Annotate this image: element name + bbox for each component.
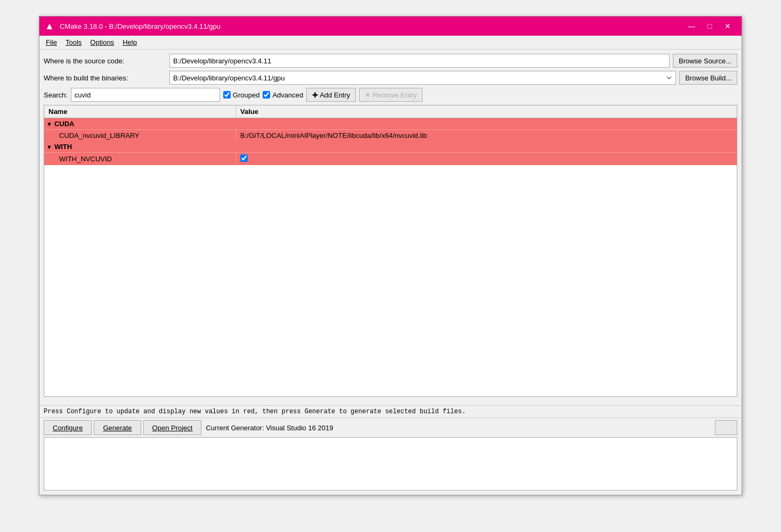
build-label: Where to build the binaries: <box>44 74 166 82</box>
source-label: Where is the source code: <box>44 57 166 65</box>
search-input[interactable] <box>71 88 220 102</box>
minimize-button[interactable]: — <box>683 20 700 32</box>
log-area <box>44 437 737 490</box>
advanced-checkbox-label[interactable]: Advanced <box>263 91 303 99</box>
configure-button[interactable]: Configure <box>44 420 92 435</box>
app-icon: ▲ <box>45 21 55 31</box>
nvcuvid-checkbox[interactable] <box>240 154 248 162</box>
status-bar: Press Configure to update and display ne… <box>39 405 742 418</box>
source-input[interactable] <box>169 54 670 68</box>
group-cuda-label: CUDA <box>54 120 75 128</box>
advanced-label: Advanced <box>272 91 303 99</box>
window-title: CMake 3.18.0 - B:/Develop/library/opencv… <box>60 22 683 30</box>
cmake-table: Name Value ▼ CUDA CUDA_nvcuvid_LIBRARY B… <box>44 105 737 397</box>
status-text: Press Configure to update and display ne… <box>44 408 466 415</box>
menu-tools[interactable]: Tools <box>61 37 86 47</box>
group-with-label: WITH <box>54 143 72 151</box>
table-row[interactable]: WITH_NVCUVID <box>44 152 737 165</box>
browse-build-button[interactable]: Browse Build... <box>679 71 737 85</box>
menu-file[interactable]: File <box>42 37 61 47</box>
group-cuda[interactable]: ▼ CUDA <box>44 118 737 129</box>
advanced-checkbox[interactable] <box>263 91 270 99</box>
title-bar: ▲ CMake 3.18.0 - B:/Develop/library/open… <box>39 17 742 36</box>
nvcuvid-checkbox-cell <box>240 154 248 162</box>
build-input[interactable]: B:/Develop/library/opencv3.4.11/gpu <box>169 71 676 85</box>
cell-cuda-lib-name: CUDA_nvcuvid_LIBRARY <box>44 130 236 141</box>
cell-with-nvcuvid-value <box>236 153 737 165</box>
search-label: Search: <box>44 91 68 99</box>
open-project-button[interactable]: Open Project <box>143 420 202 435</box>
table-row[interactable]: CUDA_nvcuvid_LIBRARY B:/GIT/LOCAL/miniAI… <box>44 129 737 141</box>
cell-with-nvcuvid-name: WITH_NVCUVID <box>44 153 236 165</box>
group-with[interactable]: ▼ WITH <box>44 141 737 152</box>
window-controls: — □ ✕ <box>683 20 736 32</box>
menu-bar: File Tools Options Help <box>39 36 742 50</box>
grouped-checkbox[interactable] <box>223 91 231 99</box>
table-header: Name Value <box>44 105 737 118</box>
chevron-down-icon: ▼ <box>46 121 52 127</box>
menu-help[interactable]: Help <box>118 37 141 47</box>
build-row: Where to build the binaries: B:/Develop/… <box>44 71 737 85</box>
browse-source-button[interactable]: Browse Source... <box>673 54 737 68</box>
main-content: Where is the source code: Browse Source.… <box>39 50 742 405</box>
search-row: Search: Grouped Advanced ✚ Add Entry ✳ R… <box>44 88 737 102</box>
source-row: Where is the source code: Browse Source.… <box>44 54 737 68</box>
bottom-right-button[interactable] <box>715 420 737 435</box>
grouped-checkbox-label[interactable]: Grouped <box>223 91 260 99</box>
bottom-buttons: Configure Generate Open Project Current … <box>39 418 742 437</box>
cell-cuda-lib-value: B:/GIT/LOCAL/miniAIPlayer/NOTE/libcuda/l… <box>236 130 737 141</box>
generator-label: Current Generator: Visual Studio 16 2019 <box>206 424 713 432</box>
grouped-label: Grouped <box>233 91 260 99</box>
close-button[interactable]: ✕ <box>719 20 736 32</box>
remove-entry-button[interactable]: ✳ Remove Entry <box>359 88 422 102</box>
col-value: Value <box>236 105 737 118</box>
col-name: Name <box>44 105 236 118</box>
add-entry-button[interactable]: ✚ Add Entry <box>306 88 356 102</box>
chevron-down-icon: ▼ <box>46 144 52 150</box>
generate-button[interactable]: Generate <box>94 420 141 435</box>
menu-options[interactable]: Options <box>86 37 118 47</box>
maximize-button[interactable]: □ <box>701 20 718 32</box>
cmake-window: ▲ CMake 3.18.0 - B:/Develop/library/open… <box>39 16 742 495</box>
